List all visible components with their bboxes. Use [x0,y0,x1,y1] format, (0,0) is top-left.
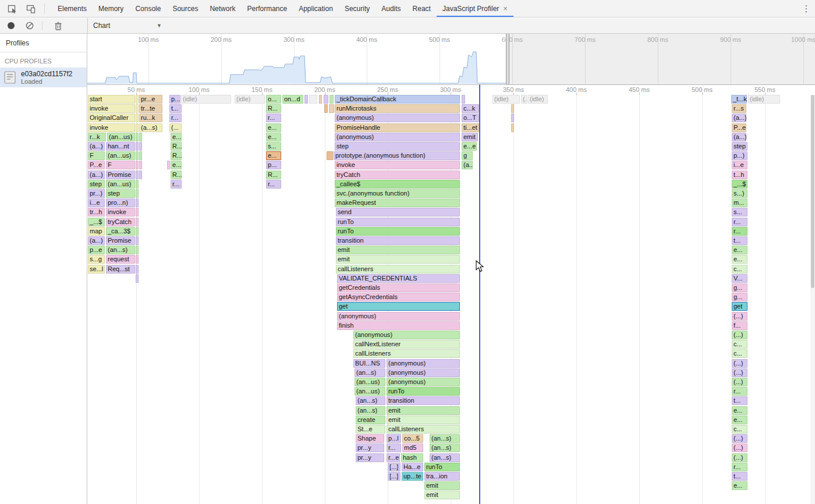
flame-bar[interactable]: Req...st [106,265,135,274]
flame-bar[interactable] [327,151,333,160]
flame-bar[interactable]: s... [266,142,281,151]
flame-bar[interactable]: tr...h [88,208,105,216]
flame-bar[interactable]: r... [732,387,747,396]
flame-bar[interactable]: ru...k [139,113,162,122]
flame-bar[interactable]: Promise [106,171,135,179]
flame-bar[interactable]: (...) [732,453,747,462]
flame-bar[interactable]: c...k [462,104,479,113]
flame-bar[interactable]: e... [732,246,747,254]
flame-bar[interactable] [167,161,170,169]
flame-bar[interactable]: tra...ion [424,472,460,481]
flame-bar[interactable] [324,95,328,104]
flame-bar[interactable] [136,161,139,169]
flame-bar[interactable]: e... [171,133,182,141]
flame-bar[interactable]: (anonymous) [387,378,460,386]
flame-bar[interactable]: (an...s) [356,396,385,405]
flame-bar[interactable]: (idle) [748,95,780,104]
flame-bar[interactable] [324,104,328,113]
flame-bar[interactable]: p...l [387,434,401,443]
flame-bar[interactable]: pr...) [88,189,105,198]
flame-bar[interactable]: (...) [732,359,747,368]
flame-bar[interactable] [136,265,139,274]
tab-react[interactable]: React [407,0,437,17]
flame-bar[interactable] [462,95,465,104]
flame-bar[interactable]: send [336,208,460,216]
vertical-scrollbar[interactable] [810,95,815,504]
flame-bar[interactable]: emit [424,491,460,499]
flame-bar[interactable] [136,189,139,198]
tab-security[interactable]: Security [339,0,375,17]
flame-bar[interactable] [136,142,139,151]
flame-bar[interactable]: e...e [462,142,477,151]
flame-bar[interactable]: pro...n) [106,198,135,207]
flame-bar[interactable] [136,227,139,236]
playhead-marker-line[interactable] [479,84,480,504]
flame-bar[interactable]: get [337,302,460,311]
flame-bar[interactable]: ti...et [462,123,479,132]
flame-bar[interactable]: r... [387,443,401,452]
flame-bar[interactable]: o... [266,95,281,104]
flame-bar[interactable]: s...) [732,189,747,198]
flame-bar[interactable]: R... [266,171,281,179]
flame-bar[interactable]: (...) [732,378,747,386]
close-tab-button[interactable]: × [503,5,508,12]
flame-bar[interactable]: r... [171,180,182,189]
flame-bar[interactable]: (an...us) [355,387,385,396]
flame-bar[interactable]: step [106,189,135,198]
flame-bar[interactable]: (a...s) [139,123,162,132]
flame-bar[interactable]: r...s [732,104,746,113]
view-mode-select[interactable]: Chart ▼ [93,20,162,31]
flame-bar[interactable]: pr...y [356,443,384,452]
flame-bar[interactable] [136,274,139,283]
flame-bar[interactable]: i...e [732,161,747,169]
flame-bar[interactable]: step [732,142,747,151]
flame-bar[interactable]: invoke [335,161,460,169]
flame-bar[interactable]: R... [171,142,182,151]
flame-bar[interactable]: e... [732,416,747,424]
flame-bar[interactable]: (an...us) [106,151,135,160]
flame-bar[interactable]: (an...us) [107,133,135,141]
flame-bar[interactable]: t... [732,396,747,405]
flame-bar[interactable] [136,236,139,245]
flame-bar[interactable]: g... [732,293,747,301]
flame-bar[interactable]: e... [171,161,182,169]
tab-console[interactable]: Console [129,0,166,17]
flame-bar[interactable]: emit [336,246,460,254]
flame-bar[interactable]: F [88,151,105,160]
flame-bar[interactable]: g [462,151,473,160]
flame-bar[interactable]: (an...us) [106,180,135,189]
flame-bar[interactable] [319,95,322,104]
delete-profile-button[interactable] [51,19,66,33]
tab-network[interactable]: Network [204,0,241,17]
flame-bar[interactable]: r...e [387,453,400,462]
flame-bar[interactable]: _tickDomainCallback [335,95,460,104]
flame-bar[interactable]: g... [732,283,747,292]
flame-bar[interactable]: e... [732,481,747,490]
flame-bar[interactable]: R... [171,151,182,160]
flame-bar[interactable]: Ha...e [402,463,423,471]
flame-bar[interactable] [136,171,139,179]
flame-bar[interactable]: c... [732,349,747,358]
flame-bar[interactable] [136,133,139,141]
flame-bar[interactable]: finish [337,321,460,330]
flame-bar[interactable]: P...e [88,161,105,169]
flame-bar[interactable]: e... [732,406,747,415]
flame-bar[interactable]: makeRequest [335,198,460,207]
flame-bar[interactable] [136,113,139,122]
flame-bar[interactable]: m... [732,198,747,207]
flame-bar[interactable]: up...te [402,472,423,481]
flame-bar[interactable]: (... [169,123,182,132]
tab-memory[interactable]: Memory [93,0,129,17]
flame-bar[interactable]: V... [732,274,747,283]
flame-bar[interactable]: (a...) [88,171,105,179]
flame-bar[interactable] [139,161,142,169]
flame-bar[interactable]: callListeners [353,349,460,358]
flame-bar[interactable] [139,142,142,151]
flame-bar[interactable]: get [732,302,747,311]
flame-bar[interactable]: pr...y [356,453,384,462]
flame-bar[interactable]: runTo [336,218,460,226]
flame-bar[interactable]: (...) [732,331,747,339]
flame-bar[interactable]: (a...) [732,113,746,122]
flame-bar[interactable]: Promise [106,236,135,245]
flame-bar[interactable]: _ca...3$ [106,227,135,236]
